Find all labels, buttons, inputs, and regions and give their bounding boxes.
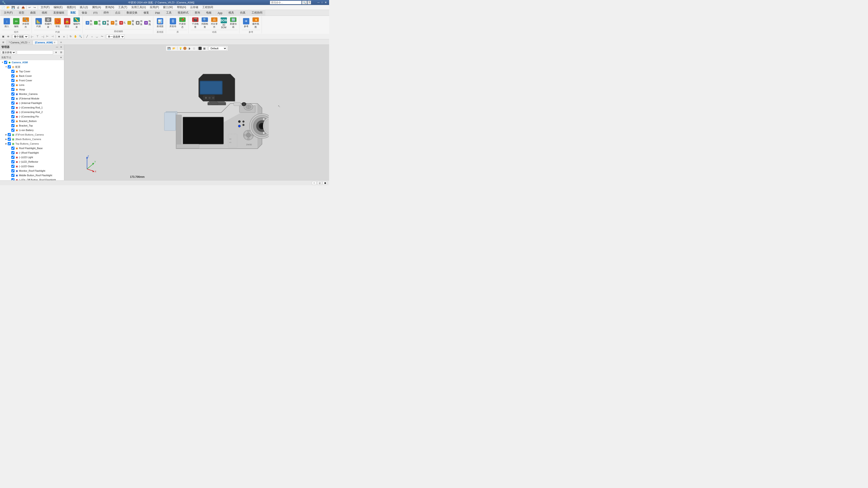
- vp-color-btn[interactable]: [183, 47, 186, 50]
- show-hide-btn[interactable]: ◈: [57, 34, 61, 39]
- tree-checkbox[interactable]: [11, 178, 14, 180]
- ribbon-tab-19[interactable]: 仿真: [237, 10, 248, 15]
- tree-checkbox[interactable]: [8, 138, 11, 141]
- menu-item-t[interactable]: 工具(T): [116, 5, 129, 10]
- tree-expand-btn[interactable]: [8, 174, 11, 177]
- align-left-btn[interactable]: |←: [30, 34, 35, 39]
- tree-expand-btn[interactable]: [8, 115, 11, 118]
- ribbon-tab-9[interactable]: 点云: [112, 10, 123, 15]
- print-btn[interactable]: 🖨: [16, 5, 20, 10]
- tree-expand-btn[interactable]: ▶: [4, 133, 8, 136]
- tree-checkbox[interactable]: [11, 169, 14, 172]
- status-view-btn-2[interactable]: ◱: [317, 181, 322, 185]
- tree-item-5[interactable]: ◼Front Cover: [0, 78, 64, 83]
- fix-btn[interactable]: 🔒 固定: [63, 17, 72, 29]
- tree-checkbox[interactable]: [11, 165, 14, 168]
- external-part-btn[interactable]: 🔧 外部零件: [21, 17, 30, 29]
- menu-item-u[interactable]: 实用工具(U): [129, 5, 148, 10]
- align-top-btn[interactable]: ⊢: [45, 34, 50, 39]
- tab-close-icon[interactable]: ✕: [28, 41, 30, 44]
- tree-checkbox[interactable]: [11, 174, 14, 177]
- explode-btn[interactable]: 💥 爆炸视图: [251, 17, 260, 29]
- menu-item-[interactable]: 云存储: [188, 5, 200, 10]
- vp-grid-btn[interactable]: ▦: [202, 46, 207, 51]
- filter-input[interactable]: [17, 51, 53, 55]
- ribbon-tab-13[interactable]: 工具: [163, 10, 175, 15]
- vp-open-btn[interactable]: 📂: [172, 46, 176, 51]
- tree-expand-btn[interactable]: ▶: [4, 142, 8, 145]
- spline-btn[interactable]: 〜: [100, 34, 104, 39]
- tree-checkbox[interactable]: [11, 70, 14, 73]
- tree-item-18[interactable]: ▶▦)Back Buttons_Camera: [0, 137, 64, 141]
- tree-expand-btn[interactable]: [8, 88, 11, 91]
- vp-save-view-btn[interactable]: 💾: [167, 46, 171, 51]
- tree-item-21[interactable]: ◼(−)Roof Flashlight: [0, 151, 64, 155]
- tree-item-13[interactable]: ◼(−)Connecting Pin: [0, 114, 64, 119]
- collapse-all-btn[interactable]: ▼: [59, 56, 63, 59]
- menu-item-p[interactable]: 应用(P): [148, 5, 161, 10]
- new-btn[interactable]: 📄: [1, 5, 5, 10]
- tree-checkbox[interactable]: [11, 97, 14, 100]
- tree-checkbox[interactable]: [11, 88, 14, 91]
- tree-expand-btn[interactable]: [8, 70, 11, 73]
- tree-checkbox[interactable]: [11, 115, 14, 118]
- tree-item-11[interactable]: ◼(−)Connecting Rod_1: [0, 105, 64, 110]
- circle-btn[interactable]: ○: [90, 34, 94, 39]
- menu-item-i[interactable]: 插入(I): [78, 5, 90, 10]
- select-mode-select[interactable]: 单一选选择 框选 窗口选择: [106, 35, 125, 39]
- tree-item-14[interactable]: ◼Bracket_Bottom: [0, 119, 64, 123]
- pan-btn[interactable]: ✋: [73, 34, 78, 39]
- layer-btn[interactable]: ≡: [62, 34, 66, 39]
- tree-item-20[interactable]: ◼Roof Flashlight_Base: [0, 146, 64, 151]
- align-right-btn[interactable]: →|: [40, 34, 45, 39]
- undo-btn[interactable]: ↩: [27, 5, 32, 10]
- tree-expand-btn[interactable]: [8, 97, 11, 100]
- rotate-btn[interactable]: ↻: [68, 34, 73, 39]
- panel-close-btn[interactable]: ✕: [59, 46, 63, 49]
- tree-expand-btn[interactable]: [8, 151, 11, 154]
- tree-checkbox[interactable]: [11, 92, 14, 96]
- filter-clear-btn[interactable]: ⊞: [59, 51, 63, 55]
- minimize-button[interactable]: —: [317, 1, 320, 4]
- ribbon-tab-14[interactable]: 视觉样式: [175, 10, 191, 15]
- panel-minimize-btn[interactable]: —: [55, 46, 59, 49]
- add-tab-btn[interactable]: +: [59, 40, 63, 44]
- tree-checkbox[interactable]: [11, 110, 14, 113]
- help-button[interactable]: ?: [307, 1, 311, 4]
- move-btn[interactable]: ↕ 移动: [93, 20, 101, 26]
- menu-item-f[interactable]: 文件(F): [39, 5, 51, 10]
- tree-checkbox[interactable]: [8, 142, 11, 145]
- tree-expand-btn[interactable]: [8, 79, 11, 82]
- new-anim-btn[interactable]: 🆕 新建动画: [229, 17, 238, 29]
- tree-checkbox[interactable]: [11, 106, 14, 109]
- tree-expand-btn[interactable]: [8, 120, 11, 123]
- ribbon-tab-18[interactable]: 模具: [225, 10, 237, 15]
- display-select[interactable]: 整个装配: [12, 35, 28, 39]
- vp-back-color-btn[interactable]: [198, 47, 202, 50]
- tree-item-1[interactable]: ▼◆Camera_ASM: [0, 60, 64, 65]
- redo-btn[interactable]: ↪: [32, 5, 37, 10]
- save-btn[interactable]: 💾: [11, 5, 16, 10]
- array-btn[interactable]: ⊞ 阵列: [85, 20, 93, 26]
- bom-btn[interactable]: BOM 3D BOM: [219, 17, 228, 29]
- tree-item-6[interactable]: ◼Lens: [0, 83, 64, 87]
- status-view-btn-1[interactable]: □: [312, 181, 316, 185]
- tree-expand-btn[interactable]: [8, 129, 11, 132]
- tree-checkbox[interactable]: [11, 147, 14, 150]
- menu-item-v[interactable]: 视图(V): [65, 5, 78, 10]
- tree-checkbox[interactable]: [11, 79, 14, 82]
- tree-expand-btn[interactable]: [8, 147, 11, 150]
- tree-expand-btn[interactable]: [8, 156, 11, 159]
- chamfer-btn[interactable]: ◼ 倒角: [135, 20, 143, 26]
- status-view-btn-3[interactable]: ▣: [323, 181, 327, 185]
- lib-publish-btn[interactable]: 🗄 库发布: [168, 17, 178, 29]
- tree-checkbox[interactable]: [11, 74, 14, 77]
- ribbon-tab-16[interactable]: 电板: [203, 10, 215, 15]
- tree-expand-btn[interactable]: [8, 101, 11, 105]
- tree-checkbox[interactable]: [11, 129, 14, 132]
- align-bottom-btn[interactable]: ⊣: [50, 34, 55, 39]
- compare-btn[interactable]: ⚖ 对比零件: [210, 17, 219, 29]
- align-center-btn[interactable]: ⊤: [35, 34, 40, 39]
- tree-item-19[interactable]: ▶▦Top Buttons_Camera: [0, 141, 64, 146]
- filter-icon-btn[interactable]: ▼: [54, 51, 58, 55]
